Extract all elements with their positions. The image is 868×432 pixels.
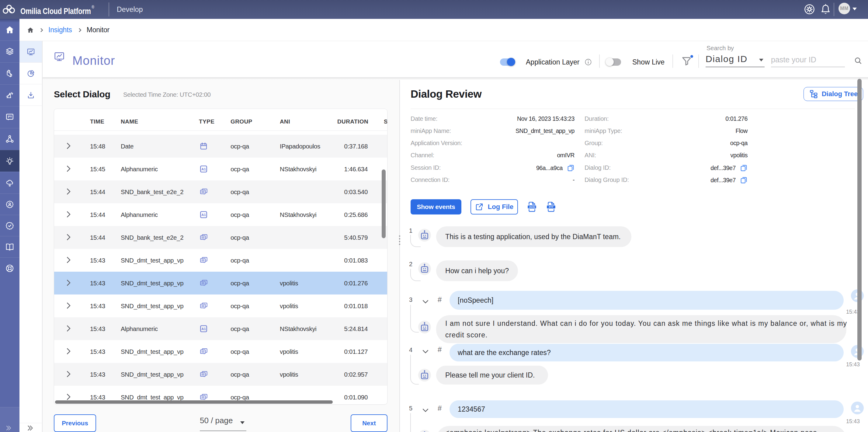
svg-text:A1: A1 xyxy=(202,327,206,331)
svg-text:A1: A1 xyxy=(202,167,206,171)
svg-text:JSON: JSON xyxy=(529,206,535,208)
svg-text:A1: A1 xyxy=(202,213,206,217)
svg-text:RTF: RTF xyxy=(549,206,554,208)
